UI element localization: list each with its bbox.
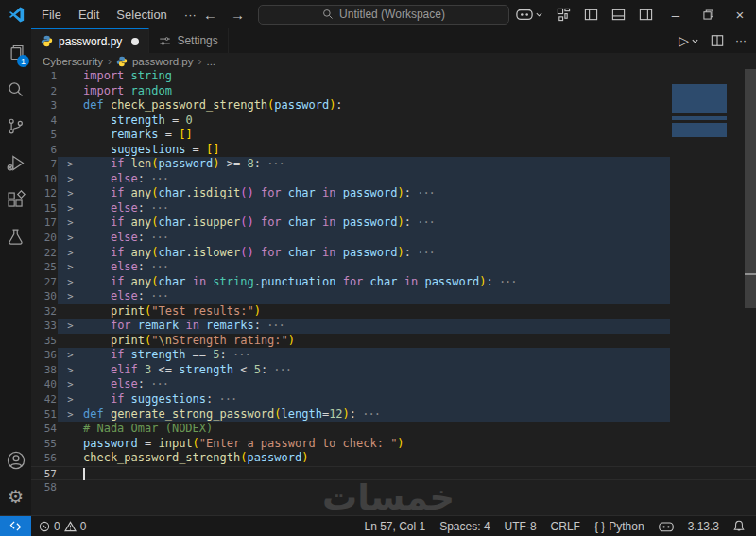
code-token xyxy=(124,216,130,229)
toggle-panel-icon[interactable] xyxy=(605,0,632,28)
code-line[interactable]: 20> else: ··· xyxy=(31,231,756,246)
code-token: "Enter a password to check: " xyxy=(199,437,398,450)
code-line[interactable]: 5 remarks = [] xyxy=(31,128,756,143)
fold-chevron-icon[interactable]: > xyxy=(58,157,83,172)
settings-gear-button[interactable]: ⚙ xyxy=(0,478,31,515)
close-button[interactable]: × xyxy=(724,0,756,28)
split-editor-button[interactable] xyxy=(711,34,724,47)
code-line[interactable]: 22> if any(char.islower() for char in pa… xyxy=(31,246,756,261)
fold-chevron-icon[interactable]: > xyxy=(58,216,83,231)
remote-indicator[interactable] xyxy=(0,516,31,536)
problems-errors[interactable]: 0 xyxy=(39,520,60,533)
code-line[interactable]: 42> if suggestions: ··· xyxy=(31,392,756,407)
breadcrumb-folder[interactable]: Cyberscurity xyxy=(43,56,103,67)
tab-password-py[interactable]: password.py xyxy=(31,28,149,53)
notifications-button[interactable] xyxy=(733,520,745,532)
code-line[interactable]: 6 suggestions = [] xyxy=(31,143,756,158)
code-token xyxy=(124,348,130,361)
fold-chevron-icon[interactable]: > xyxy=(58,246,83,261)
code-line[interactable]: 10> else: ··· xyxy=(31,172,756,187)
editor-pane[interactable]: 1import string2import random3def check_p… xyxy=(31,69,756,515)
code-line[interactable]: 2import random xyxy=(31,84,756,99)
breadcrumb-file[interactable]: password.py xyxy=(132,56,194,67)
breadcrumb-symbol[interactable]: ... xyxy=(206,56,215,67)
code-token xyxy=(335,246,342,259)
code-line[interactable]: 30> else: ··· xyxy=(31,289,756,304)
status-ln-col[interactable]: Ln 57, Col 1 xyxy=(364,520,425,533)
menu-edit[interactable]: Edit xyxy=(70,0,108,28)
fold-chevron-icon[interactable]: > xyxy=(58,363,83,378)
code-line[interactable]: 35 print("\nStrength rating:") xyxy=(31,334,756,349)
fold-chevron-icon[interactable]: > xyxy=(58,186,83,201)
toggle-secondary-sidebar-icon[interactable] xyxy=(632,0,660,28)
code-line[interactable]: 38> elif 3 <= strength < 5: ··· xyxy=(31,363,756,378)
code-line[interactable]: 17> if any(char.isupper() for char in pa… xyxy=(31,216,756,231)
minimize-button[interactable]: – xyxy=(660,0,692,28)
code-line[interactable]: 32 print("Test results:") xyxy=(31,304,756,320)
sidebar-item-explorer[interactable]: 1 xyxy=(0,34,31,71)
editor-more-actions-button[interactable]: ··· xyxy=(735,34,747,47)
vscode-logo-icon[interactable] xyxy=(9,7,25,23)
code-line[interactable]: 33> for remark in remarks: ··· xyxy=(31,319,756,334)
code-token xyxy=(83,186,111,199)
code-line[interactable]: 15> else: ··· xyxy=(31,201,756,216)
line-number: 30 xyxy=(31,289,57,304)
sidebar-item-extensions[interactable] xyxy=(0,182,31,218)
code-line[interactable]: 40> else: ··· xyxy=(31,377,756,392)
sidebar-item-run-debug[interactable] xyxy=(0,145,31,182)
menu-selection[interactable]: Selection xyxy=(108,0,175,28)
nav-forward-icon[interactable]: → xyxy=(231,7,245,23)
fold-chevron-icon[interactable]: > xyxy=(58,260,83,275)
status-python-version[interactable]: 3.13.3 xyxy=(688,520,719,533)
editor-scrollbar[interactable] xyxy=(745,69,756,515)
fold-chevron-icon[interactable]: > xyxy=(58,289,83,304)
modified-dot-icon[interactable] xyxy=(131,38,139,45)
code-line[interactable]: 4 strength = 0 xyxy=(31,113,756,129)
copilot-button[interactable] xyxy=(509,0,550,28)
toggle-sidebar-icon[interactable] xyxy=(577,0,605,28)
status-copilot[interactable] xyxy=(659,521,674,532)
nav-back-icon[interactable]: ← xyxy=(203,7,217,23)
code-line[interactable]: 7> if len(password) >= 8: ··· xyxy=(31,157,756,172)
code-line[interactable]: 54# Nada Omar (NODEX) xyxy=(31,422,756,437)
code-line[interactable]: 36> if strength == 5: ··· xyxy=(31,348,756,363)
menu-more[interactable]: ··· xyxy=(176,0,205,28)
problems-warnings[interactable]: 0 xyxy=(64,520,87,533)
run-button[interactable]: ▷ xyxy=(679,33,699,48)
sidebar-item-source-control[interactable] xyxy=(0,108,31,145)
command-center[interactable]: Untitled (Workspace) xyxy=(258,5,509,25)
fold-chevron-icon[interactable]: > xyxy=(58,392,83,407)
menu-file[interactable]: File xyxy=(33,0,70,28)
status-indentation[interactable]: Spaces: 4 xyxy=(439,520,490,533)
fold-chevron-icon[interactable]: > xyxy=(58,348,83,363)
status-encoding[interactable]: UTF-8 xyxy=(505,520,537,533)
minimap[interactable]: import stringimport randomdef check_pass… xyxy=(672,69,727,152)
status-eol[interactable]: CRLF xyxy=(551,520,580,533)
code-token: () xyxy=(240,216,253,229)
code-token: ( xyxy=(151,186,158,199)
restore-button[interactable] xyxy=(692,0,724,28)
code-line[interactable]: 27> if any(char in string.punctuation fo… xyxy=(31,275,756,290)
code-line[interactable]: 12> if any(char.isdigit() for char in pa… xyxy=(31,186,756,201)
code-line[interactable]: 25> else: ··· xyxy=(31,260,756,275)
fold-chevron-icon[interactable]: > xyxy=(58,172,83,187)
status-language[interactable]: { } Python xyxy=(594,520,644,533)
code-token: . xyxy=(254,275,261,288)
sidebar-item-search[interactable] xyxy=(0,71,31,108)
tab-settings[interactable]: Settings xyxy=(149,28,228,53)
fold-chevron-icon[interactable]: > xyxy=(58,377,83,392)
sidebar-item-testing[interactable] xyxy=(0,218,31,255)
fold-chevron-icon[interactable]: > xyxy=(58,231,83,246)
code-token: print xyxy=(111,304,145,318)
customize-layout-icon[interactable] xyxy=(550,0,577,28)
fold-chevron-icon[interactable]: > xyxy=(58,407,83,423)
account-button[interactable] xyxy=(0,441,31,478)
code-line[interactable]: 56check_password_strength(password) xyxy=(31,451,756,466)
code-line[interactable]: 1import string xyxy=(31,69,756,84)
fold-chevron-icon[interactable]: > xyxy=(58,201,83,216)
code-line[interactable]: 55password = input("Enter a password to … xyxy=(31,437,756,452)
code-line[interactable]: 3def check_password_strength(password): xyxy=(31,98,756,113)
fold-chevron-icon[interactable]: > xyxy=(58,275,83,290)
code-line[interactable]: 51>def generate_strong_password(length=1… xyxy=(31,407,756,423)
fold-chevron-icon[interactable]: > xyxy=(58,319,83,334)
